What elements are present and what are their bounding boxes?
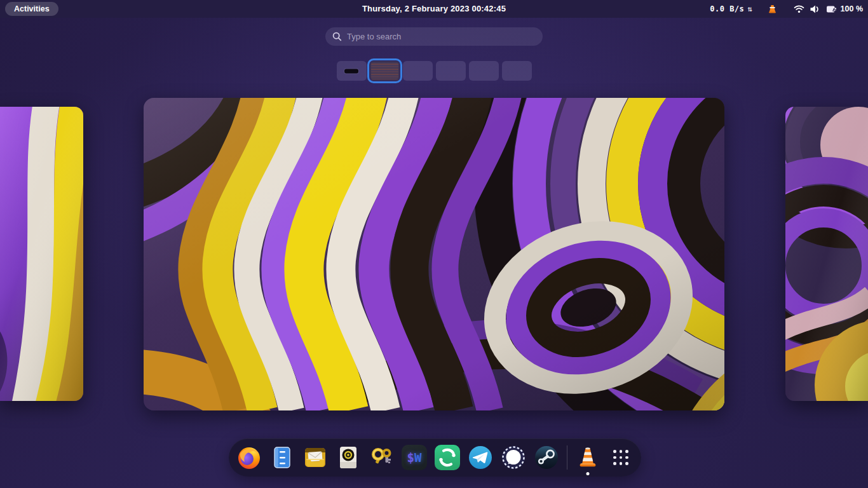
wallpaper-left	[0, 107, 83, 401]
dock-separator	[567, 445, 567, 470]
mini-window-preview	[344, 69, 358, 73]
workspace-preview-active[interactable]	[144, 98, 724, 410]
volume-icon	[810, 4, 820, 14]
vlc-tray-icon[interactable]	[768, 4, 777, 15]
sync-dock-icon[interactable]	[435, 445, 460, 470]
vlc-dock-icon[interactable]	[575, 445, 600, 470]
keys-dock-icon[interactable]	[369, 445, 394, 470]
workspace-thumbnail-6[interactable]	[502, 61, 532, 81]
workspace-preview-right[interactable]	[785, 107, 868, 401]
search-icon	[332, 32, 342, 41]
files-dock-icon[interactable]	[269, 445, 295, 470]
top-bar: Activities Thursday, 2 February 2023 00:…	[0, 0, 868, 18]
workspace-thumbnail-1[interactable]	[337, 61, 367, 81]
running-indicator-dot	[587, 472, 590, 475]
workspace-preview-left[interactable]	[0, 107, 83, 401]
mini-wallpaper-preview	[371, 62, 398, 79]
music-speaker-dock-icon[interactable]	[336, 445, 361, 470]
workspace-thumbnail-3[interactable]	[403, 61, 433, 81]
system-tray[interactable]: 0.0 B/s ⇅	[710, 0, 863, 18]
dollar-glyph: $	[407, 451, 414, 464]
battery-charging-icon	[826, 4, 837, 14]
network-arrows-icon: ⇅	[747, 4, 752, 13]
workspace-thumbnail-4[interactable]	[436, 61, 466, 81]
signal-dock-icon[interactable]	[501, 445, 526, 470]
network-speed-label: 0.0 B/s	[710, 4, 744, 13]
workspace-switcher	[0, 61, 868, 81]
activities-button[interactable]: Activities	[5, 2, 58, 16]
dollar-w-terminal-dock-icon[interactable]: $W	[402, 445, 427, 470]
wallpaper-swirl	[144, 98, 724, 410]
clock-date-time[interactable]: Thursday, 2 February 2023 00:42:45	[362, 0, 506, 18]
battery-percent-label: 100 %	[841, 4, 863, 13]
firefox-dock-icon[interactable]	[236, 445, 262, 470]
dock: $W	[229, 438, 641, 477]
workspace-thumbnail-2-active[interactable]	[370, 61, 400, 81]
mail-dock-icon[interactable]	[302, 445, 328, 470]
search-bar[interactable]	[325, 27, 543, 46]
wifi-icon	[794, 4, 804, 13]
search-input[interactable]	[347, 32, 536, 41]
app-grid-button[interactable]	[608, 445, 634, 470]
workspace-thumbnail-5[interactable]	[469, 61, 499, 81]
steam-dock-icon[interactable]	[534, 445, 559, 470]
telegram-dock-icon[interactable]	[468, 445, 493, 470]
w-glyph: W	[414, 451, 421, 464]
app-grid-icon	[608, 445, 634, 470]
wallpaper-right	[785, 107, 868, 401]
